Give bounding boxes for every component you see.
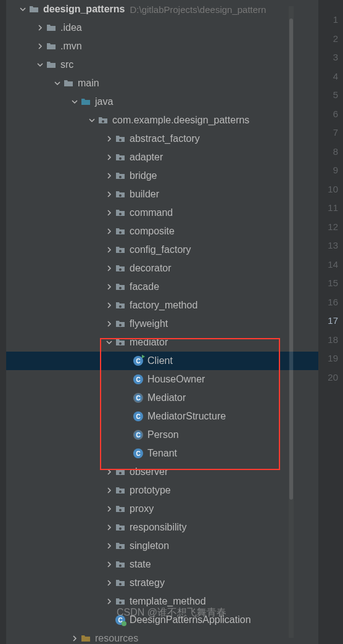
tree-label: responsibility xyxy=(130,522,186,533)
tree-label: observer xyxy=(130,466,168,477)
tree-item-flyweight[interactable]: flyweight xyxy=(6,315,318,333)
svg-point-8 xyxy=(119,268,122,271)
tree-item-decorator[interactable]: decorator xyxy=(6,259,318,278)
tree-label: facade xyxy=(130,281,159,292)
line-number: 11 xyxy=(318,199,343,218)
svg-point-15 xyxy=(119,509,122,511)
tree-item-src[interactable]: src xyxy=(6,56,318,74)
tree-label: bridge xyxy=(130,170,157,181)
svg-point-5 xyxy=(119,213,122,215)
chevron-right-icon[interactable] xyxy=(105,579,114,587)
tree-item-strategy[interactable]: strategy xyxy=(6,574,318,592)
chevron-right-icon[interactable] xyxy=(105,542,114,550)
tree-item-adapter[interactable]: adapter xyxy=(6,148,318,167)
tree-label: factory_method xyxy=(130,300,197,311)
chevron-right-icon[interactable] xyxy=(36,23,44,32)
chevron-right-icon[interactable] xyxy=(36,42,44,51)
chevron-right-icon[interactable] xyxy=(105,283,114,291)
chevron-right-icon[interactable] xyxy=(105,560,114,569)
chevron-down-icon[interactable] xyxy=(36,60,44,69)
tree-label: main xyxy=(78,78,99,89)
tree-item-composite[interactable]: composite xyxy=(6,222,318,241)
chevron-right-icon[interactable] xyxy=(105,264,114,273)
chevron-right-icon[interactable] xyxy=(105,486,114,495)
tree-item-factory-method[interactable]: factory_method xyxy=(6,296,318,315)
chevron-down-icon[interactable] xyxy=(88,116,96,125)
chevron-right-icon[interactable] xyxy=(105,208,114,217)
tree-label: singleton xyxy=(130,540,169,551)
package-icon xyxy=(97,115,109,126)
tree-item-person[interactable]: C Person xyxy=(6,426,318,444)
chevron-right-icon[interactable] xyxy=(105,227,114,236)
chevron-right-icon[interactable] xyxy=(105,171,114,180)
chevron-right-icon[interactable] xyxy=(105,301,114,310)
tree-item-resources[interactable]: resources xyxy=(6,629,318,644)
svg-point-14 xyxy=(119,490,122,493)
chevron-right-icon[interactable] xyxy=(70,634,79,643)
package-icon xyxy=(115,540,126,551)
tree-item-mvn[interactable]: .mvn xyxy=(6,37,318,56)
tree-item-package[interactable]: com.example.deesign_patterns xyxy=(6,111,318,130)
class-icon: C xyxy=(133,448,144,459)
tree-item-facade[interactable]: facade xyxy=(6,278,318,296)
tree-item-command[interactable]: command xyxy=(6,204,318,222)
line-number: 12 xyxy=(318,218,343,237)
chevron-down-icon[interactable] xyxy=(53,79,62,88)
chevron-right-icon[interactable] xyxy=(105,597,114,606)
package-icon xyxy=(115,170,126,181)
chevron-right-icon[interactable] xyxy=(105,468,114,476)
class-icon: C xyxy=(133,411,144,422)
tree-item-idea[interactable]: .idea xyxy=(6,19,318,37)
chevron-right-icon[interactable] xyxy=(105,190,114,199)
tree-item-builder[interactable]: builder xyxy=(6,185,318,204)
tree-item-observer[interactable]: observer xyxy=(6,463,318,481)
chevron-right-icon[interactable] xyxy=(105,134,114,143)
tree-item-mediator-class[interactable]: C Mediator xyxy=(6,389,318,407)
tree-label: .mvn xyxy=(60,41,82,52)
tree-item-singleton[interactable]: singleton xyxy=(6,537,318,555)
svg-point-12 xyxy=(119,342,122,345)
tree-item-houseowner[interactable]: C HouseOwner xyxy=(6,370,318,389)
package-icon xyxy=(115,503,126,514)
project-tree-panel: deesign_patterns D:\gitlabProjects\deesi… xyxy=(6,0,318,644)
folder-icon xyxy=(63,78,74,89)
tree-item-state[interactable]: state xyxy=(6,555,318,574)
tree-label: mediator xyxy=(130,337,168,348)
scrollbar-thumb[interactable] xyxy=(289,19,293,500)
tree-item-project-root[interactable]: deesign_patterns D:\gitlabProjects\deesi… xyxy=(6,0,318,19)
tree-item-bridge[interactable]: bridge xyxy=(6,167,318,185)
line-number: 4 xyxy=(318,67,343,86)
tree-label: config_factory xyxy=(130,244,191,255)
chevron-down-icon[interactable] xyxy=(105,338,114,347)
chevron-right-icon[interactable] xyxy=(105,320,114,328)
tree-item-responsibility[interactable]: responsibility xyxy=(6,518,318,537)
tree-item-client[interactable]: C Client xyxy=(6,352,318,370)
chevron-down-icon[interactable] xyxy=(19,5,27,14)
chevron-right-icon[interactable] xyxy=(105,505,114,513)
chevron-right-icon[interactable] xyxy=(105,153,114,162)
svg-point-19 xyxy=(119,583,122,585)
tree-item-java[interactable]: java xyxy=(6,93,318,111)
tree-label: Person xyxy=(147,429,179,440)
line-number: 6 xyxy=(318,105,343,124)
tree-label: java xyxy=(95,96,113,107)
tree-item-config-factory[interactable]: config_factory xyxy=(6,241,318,259)
tree-label: resources xyxy=(95,633,138,644)
tree-item-mediatorstructure[interactable]: C MediatorStructure xyxy=(6,407,318,426)
tree-item-tenant[interactable]: C Tenant xyxy=(6,444,318,463)
chevron-right-icon[interactable] xyxy=(105,246,114,254)
tree-item-mediator[interactable]: mediator xyxy=(6,333,318,352)
chevron-down-icon[interactable] xyxy=(70,97,79,106)
tree-item-prototype[interactable]: prototype xyxy=(6,481,318,500)
line-number: 20 xyxy=(318,368,343,387)
tree-item-main[interactable]: main xyxy=(6,74,318,93)
tree-item-abstract-factory[interactable]: abstract_factory xyxy=(6,130,318,148)
tree-item-proxy[interactable]: proxy xyxy=(6,500,318,518)
line-number: 9 xyxy=(318,161,343,180)
tree-label: .idea xyxy=(60,22,82,33)
package-icon xyxy=(115,152,126,163)
tree-label: com.example.deesign_patterns xyxy=(112,115,249,126)
scrollbar[interactable] xyxy=(289,6,294,638)
package-icon xyxy=(115,133,126,144)
chevron-right-icon[interactable] xyxy=(105,523,114,532)
